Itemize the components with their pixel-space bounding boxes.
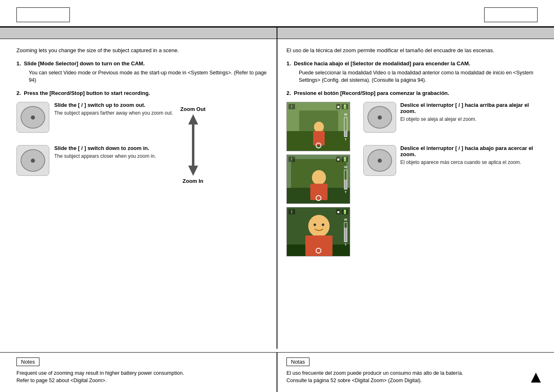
right-device-inner-1: [367, 106, 392, 129]
left-step2-title: 2. Press the [Record/Stop] button to sta…: [16, 90, 268, 96]
right-step-1: 1. Deslice hacia abajo el [Selector de m…: [286, 60, 538, 85]
right-column: El uso de la técnica del zoom permite mo…: [277, 39, 554, 349]
left-step1-title: 1. Slide [Mode Selector] down to turn on…: [16, 60, 268, 67]
step1-label: Slide [Mode Selector] down to turn on th…: [24, 60, 145, 67]
svg-marker-20: [531, 373, 541, 383]
bar-w-label-2: W: [344, 165, 347, 169]
section-header-left: [0, 28, 277, 39]
header-left-box: [16, 7, 70, 22]
right-device-dot-1: [378, 115, 382, 120]
cam-mode-icon-3: ■: [336, 209, 340, 214]
bar-inner-3: [344, 222, 347, 242]
cam-circle-2: [316, 195, 321, 201]
svg-rect-1: [192, 125, 194, 166]
cam-overlay-right-3: ■ 🔋: [336, 209, 348, 214]
bar-fill-1: [344, 131, 347, 136]
right-device-desc-1: El objeto se aleja al alejar el zoom.: [400, 116, 538, 123]
bar-t-label-2: T: [345, 190, 347, 194]
right-device-title-1: Deslice el interruptor [ / ] hacia arrib…: [400, 102, 538, 114]
right-device-inner-2: [367, 149, 392, 172]
notes-section: Notes Frequent use of zooming may result…: [0, 352, 554, 392]
device-text-2: Slide the [ / ] switch down to zoom in. …: [54, 145, 173, 160]
cam-overlay-3: 🚶: [289, 209, 295, 214]
cam-bar-3: W T: [344, 218, 348, 247]
right-step2-title: 2. Presione el botón [Record/Stop] para …: [286, 90, 538, 96]
right-device-img-2: [363, 145, 396, 176]
zoom-area: Slide the [ / ] switch up to zoom out. T…: [16, 102, 268, 188]
zoom-in-label: Zoom In: [182, 178, 203, 184]
cam-img-1: 🚶 ■ 🔋 W T: [286, 102, 350, 151]
cam-bar-2: W T: [344, 165, 348, 194]
cam-overlay-right-1: ■ 🔋: [336, 104, 348, 109]
right-device-row-1: Deslice el interruptor [ / ] hacia arrib…: [363, 102, 538, 133]
cam-batt-icon-3: 🔋: [342, 209, 348, 214]
right-intro: El uso de la técnica del zoom permite mo…: [286, 46, 538, 55]
device-img-2: [16, 145, 49, 176]
right-device-desc-2: El objeto aparece más cerca cuando se ap…: [400, 159, 538, 166]
right-step1-title: 1. Deslice hacia abajo el [Selector de m…: [286, 60, 538, 67]
section-header-right-text: [286, 30, 287, 36]
left-step-1: 1. Slide [Mode Selector] down to turn on…: [16, 60, 268, 85]
left-step-2: 2. Press the [Record/Stop] button to sta…: [16, 90, 268, 96]
right-step1-number: 1.: [286, 60, 294, 67]
device-dot-1: [31, 115, 35, 120]
notes-text-right-2: Consulte la página 52 sobre <Digital Zoo…: [286, 378, 422, 383]
bar-inner-1: [344, 117, 347, 137]
cam-overlay-2: 🚶: [289, 157, 295, 162]
right-step2-label: Presione el botón [Record/Stop] para com…: [294, 90, 449, 96]
cam-overlay-1: 🚶: [289, 104, 295, 109]
step1-number: 1.: [16, 60, 24, 67]
step2-number: 2.: [16, 90, 24, 96]
cam-img-2: 🚶 ■ 🔋 W T: [286, 154, 350, 204]
left-intro: Zooming lets you change the size of the …: [16, 46, 268, 55]
device-row-1: Slide the [ / ] switch up to zoom out. T…: [16, 102, 173, 133]
bar-fill-3: [344, 228, 347, 242]
notes-text-right: El uso frecuente del zoom puede producir…: [286, 369, 538, 385]
zoom-arrow-column: Zoom Out Zoom In: [180, 102, 205, 188]
cam-batt-icon-1: 🔋: [342, 104, 348, 109]
bar-fill-2: [344, 180, 347, 189]
notes-text-left: Frequent use of zooming may result in hi…: [16, 369, 268, 385]
notes-badge-left: Notes: [16, 357, 39, 366]
right-step2-number: 2.: [286, 90, 294, 96]
right-device-text-2: Deslice el interruptor [ / ] hacia abajo…: [400, 145, 538, 166]
section-headers: [0, 28, 554, 39]
svg-marker-2: [188, 166, 198, 176]
right-step1-label: Deslice hacia abajo el [Selector de moda…: [294, 60, 470, 67]
notes-text-right-1: El uso frecuente del zoom puede producir…: [286, 370, 463, 376]
svg-marker-0: [188, 114, 198, 125]
bar-inner-2: [344, 170, 347, 189]
cam-overlay-right-2: ■ 🔋: [336, 157, 348, 162]
device-inner-1: [21, 106, 45, 129]
cam-icon-2: 🚶: [289, 157, 295, 162]
svg-point-19: [322, 224, 324, 226]
right-device-title-2: Deslice el interruptor [ / ] hacia abajo…: [400, 145, 538, 157]
right-devices: Deslice el interruptor [ / ] hacia arrib…: [363, 102, 538, 256]
svg-point-6: [314, 122, 324, 132]
device-desc-1: The subject appears farther away when yo…: [54, 110, 173, 117]
device-inner-2: [21, 149, 45, 172]
svg-point-18: [314, 224, 316, 226]
left-column: Zooming lets you change the size of the …: [0, 39, 277, 349]
bottom-arrow-container: [530, 372, 542, 385]
zoom-arrow-svg: [185, 112, 201, 178]
cam-img-3: 🚶 ■ 🔋 W T: [286, 207, 350, 256]
device-text-1: Slide the [ / ] switch up to zoom out. T…: [54, 102, 173, 117]
cam-icon-1: 🚶: [289, 104, 295, 109]
notes-col-left: Notes Frequent use of zooming may result…: [0, 353, 277, 392]
bottom-up-arrow-icon: [530, 372, 542, 383]
right-step-2: 2. Presione el botón [Record/Stop] para …: [286, 90, 538, 96]
notes-text-left-1: Frequent use of zooming may result in hi…: [16, 370, 184, 376]
svg-point-11: [312, 170, 326, 185]
device-desc-2: The subject appears closer when you zoom…: [54, 153, 173, 160]
cam-circle-3: [316, 248, 321, 254]
zoom-out-label: Zoom Out: [180, 106, 205, 112]
notes-text-left-2: Refer to page 52 about <Digital Zoom>.: [16, 378, 107, 383]
cam-icon-3: 🚶: [289, 209, 295, 214]
cam-bar-1: W T: [344, 113, 348, 141]
right-zoom-area: 🚶 ■ 🔋 W T: [286, 102, 538, 256]
section-header-right: [277, 28, 554, 39]
device-img-1: [16, 102, 49, 133]
device-title-2: Slide the [ / ] switch down to zoom in.: [54, 145, 173, 151]
zoom-devices: Slide the [ / ] switch up to zoom out. T…: [16, 102, 173, 188]
